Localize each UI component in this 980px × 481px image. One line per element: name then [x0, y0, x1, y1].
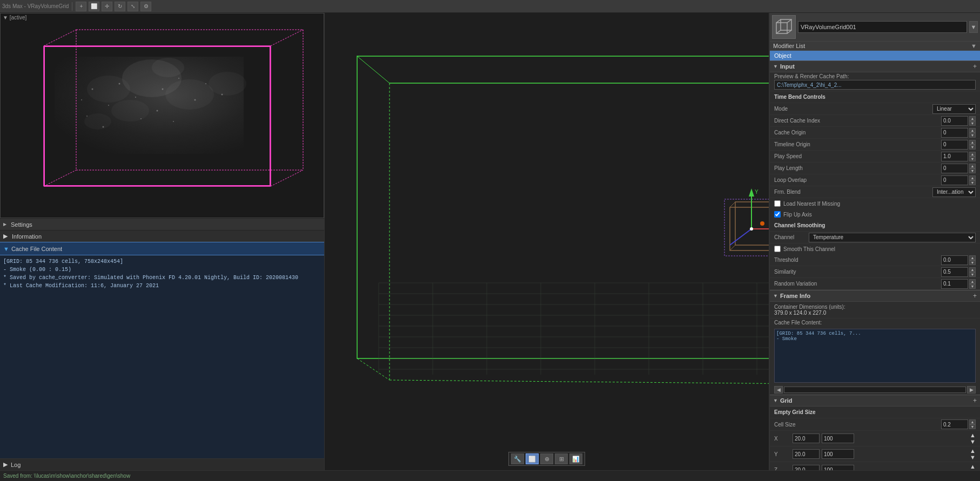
similarity-up[interactable]: ▲ — [969, 267, 976, 272]
similarity-spin: ▲ ▼ — [941, 267, 976, 277]
timeline-origin-label: Timeline Origin — [774, 141, 941, 147]
cell-size-down[interactable]: ▼ — [969, 424, 976, 429]
info-bar[interactable]: ▶ Information — [0, 230, 324, 242]
object-name-field[interactable] — [798, 21, 967, 33]
timeline-origin-spinpair: ▲ ▼ — [969, 140, 976, 150]
svg-point-79 — [760, 221, 764, 226]
cache-origin-input[interactable] — [941, 128, 968, 138]
cache-panel: ▼ Cache File Content [GRID: 85 344 736 c… — [0, 242, 324, 458]
grid-x-input[interactable] — [793, 433, 820, 443]
path-value[interactable]: C:\Temp\phx_4_2\hi_4_2... — [774, 80, 976, 90]
input-section-header[interactable]: ▼ Input + — [770, 60, 980, 72]
svg-line-83 — [787, 19, 791, 23]
loop-overlap-label: Loop Overlap — [774, 177, 941, 183]
frm-blend-dropdown[interactable]: Inter...ation None — [932, 187, 976, 197]
scroll-right-btn[interactable]: ▶ — [967, 386, 976, 394]
scroll-left-btn[interactable]: ◀ — [774, 386, 783, 394]
cache-line-3: * Saved by cache_converter: Simulated wi… — [3, 274, 321, 282]
direct-cache-index-input[interactable] — [941, 116, 968, 126]
cache-panel-content[interactable]: [GRID: 85 344 736 cells, 758x248x454] - … — [0, 255, 324, 458]
similarity-spinpair: ▲ ▼ — [969, 267, 976, 277]
grid-z-row: Z ▲ ▼ — [770, 462, 980, 470]
flip-up-axis-checkbox[interactable] — [774, 211, 781, 218]
svg-line-4 — [44, 30, 76, 46]
viewport-tool-3[interactable]: ⊕ — [540, 453, 553, 464]
settings-triangle: ▶ — [3, 222, 6, 227]
mode-row: Mode Linear Constant — [770, 103, 980, 115]
random-variation-down[interactable]: ▼ — [969, 284, 976, 289]
viewport-tool-5[interactable]: 📊 — [569, 453, 582, 464]
log-label: Log — [11, 462, 21, 468]
select-icon[interactable]: ⬜ — [89, 2, 99, 11]
timeline-origin-up[interactable]: ▲ — [969, 140, 976, 145]
threshold-input[interactable] — [941, 255, 968, 265]
cache-origin-spinpair: ▲ ▼ — [969, 128, 976, 138]
similarity-input[interactable] — [941, 267, 968, 277]
modifier-list-row[interactable]: Modifier List ▼ — [770, 42, 980, 51]
move-icon[interactable]: ✛ — [102, 2, 112, 11]
threshold-up[interactable]: ▲ — [969, 255, 976, 260]
direct-cache-index-up[interactable]: ▲ — [969, 116, 976, 121]
play-speed-spinpair: ▲ ▼ — [969, 152, 976, 161]
grid-x-count[interactable] — [822, 433, 854, 443]
rotate-icon[interactable]: ↻ — [115, 2, 125, 11]
grid-x-up[interactable]: ▲ — [970, 432, 976, 438]
viewport-tool-1[interactable]: 🔧 — [511, 453, 524, 464]
bottom-panels: ▶ Settings ▶ Information ▼ Cache File Co… — [0, 218, 324, 470]
play-speed-row: Play Speed ▲ ▼ — [770, 151, 980, 162]
scroll-track[interactable] — [784, 387, 966, 393]
settings-icon[interactable]: ⚙ — [140, 2, 151, 11]
viewport-tool-2[interactable]: ⬜ — [526, 453, 539, 464]
play-length-up[interactable]: ▲ — [969, 164, 976, 168]
cell-size-up[interactable]: ▲ — [969, 419, 976, 424]
loop-overlap-down[interactable]: ▼ — [969, 180, 976, 185]
timeline-origin-input[interactable] — [941, 140, 968, 150]
viewport-tool-4[interactable]: ⊞ — [555, 453, 568, 464]
settings-bar[interactable]: ▶ Settings — [0, 218, 324, 230]
similarity-down[interactable]: ▼ — [969, 272, 976, 277]
load-nearest-checkbox[interactable] — [774, 200, 781, 207]
add-icon[interactable]: + — [76, 2, 86, 11]
frame-info-expand-btn[interactable]: + — [973, 292, 977, 300]
channel-dropdown[interactable]: Temperature Smoke Fuel — [809, 233, 976, 242]
object-selected-row[interactable]: Object — [770, 51, 980, 60]
play-speed-input[interactable] — [941, 152, 968, 161]
grid-section-header[interactable]: ▼ Grid + — [770, 395, 980, 407]
loop-overlap-input[interactable] — [941, 175, 968, 185]
timeline-origin-down[interactable]: ▼ — [969, 145, 976, 150]
play-length-down[interactable]: ▼ — [969, 168, 976, 173]
grid-section-title: ▼ Grid — [773, 397, 793, 404]
play-length-label: Play Length — [774, 165, 941, 171]
cell-size-input[interactable] — [941, 419, 968, 429]
grid-z-input[interactable] — [793, 465, 820, 470]
object-dropdown-btn[interactable]: ▼ — [969, 21, 978, 33]
play-speed-down[interactable]: ▼ — [969, 157, 976, 161]
log-bar[interactable]: ▶ Log — [0, 458, 324, 470]
random-variation-input[interactable] — [941, 279, 968, 289]
cache-origin-up[interactable]: ▲ — [969, 128, 976, 133]
grid-z-count[interactable] — [822, 465, 854, 470]
cache-file-content-label: Cache File Content: — [770, 319, 980, 327]
frame-info-dims: Container Dimensions (units): 379.0 x 12… — [770, 302, 980, 319]
smooth-this-channel-checkbox[interactable] — [774, 246, 781, 252]
grid-y-up[interactable]: ▲ — [970, 448, 976, 454]
scale-icon[interactable]: ⤡ — [127, 2, 138, 11]
cache-origin-down[interactable]: ▼ — [969, 133, 976, 138]
grid-y-input[interactable] — [793, 449, 820, 459]
frame-info-content[interactable]: [GRID: 85 344 736 cells, 7... - Smoke — [774, 329, 976, 383]
frame-info-section-header[interactable]: ▼ Frame Info + — [770, 290, 980, 302]
random-variation-up[interactable]: ▲ — [969, 279, 976, 284]
play-speed-up[interactable]: ▲ — [969, 152, 976, 157]
mode-dropdown[interactable]: Linear Constant — [932, 104, 976, 114]
grid-y-down[interactable]: ▼ — [970, 454, 976, 460]
grid-x-down[interactable]: ▼ — [970, 438, 976, 445]
threshold-down[interactable]: ▼ — [969, 260, 976, 265]
grid-y-count[interactable] — [822, 449, 854, 459]
grid-expand-btn[interactable]: + — [973, 397, 977, 404]
direct-cache-index-down[interactable]: ▼ — [969, 121, 976, 126]
loop-overlap-up[interactable]: ▲ — [969, 175, 976, 180]
container-dims-label: Container Dimensions (units): — [774, 304, 976, 310]
grid-z-up[interactable]: ▲ — [970, 463, 976, 470]
play-length-input[interactable] — [941, 164, 968, 173]
input-expand-btn[interactable]: + — [973, 63, 977, 70]
